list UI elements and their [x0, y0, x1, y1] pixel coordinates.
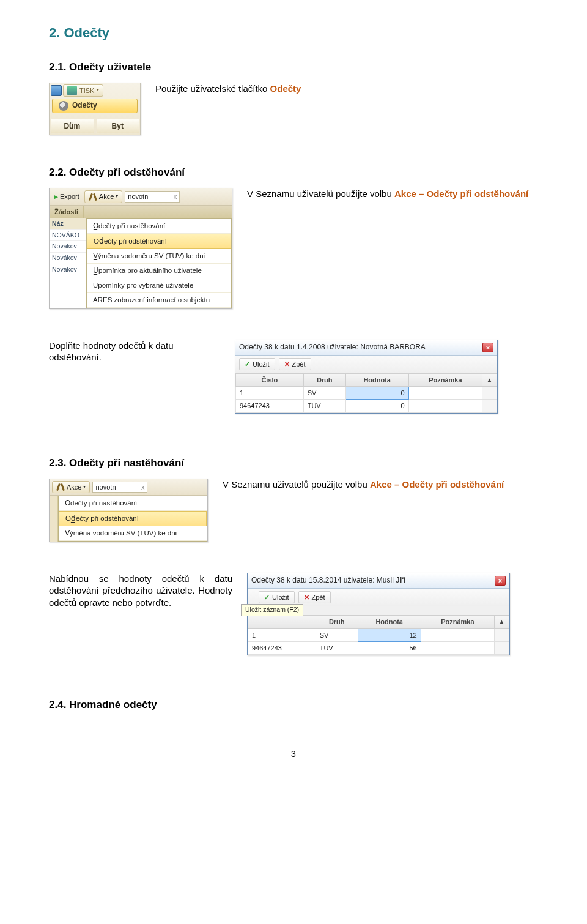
cell[interactable]: 94647243 — [236, 400, 304, 412]
search-value: novotn — [95, 483, 116, 491]
cell[interactable]: 1 — [248, 628, 316, 641]
cell[interactable]: SV — [316, 628, 358, 641]
cell[interactable]: 56 — [358, 641, 421, 654]
s21-text-prefix: Použijte uživatelské tlačítko — [155, 83, 270, 94]
s22-text: V Seznamu uživatelů použijte volbu Akce … — [247, 188, 528, 200]
akce-dropdown: O̲dečty při nastěhováníOd̲ečty při odstě… — [58, 496, 207, 542]
table-row[interactable]: 1SV0 — [236, 387, 497, 400]
table-row[interactable]: 94647243TUV56 — [248, 641, 509, 654]
tab-byt[interactable]: Byt — [97, 119, 139, 134]
list-item[interactable]: Novakov — [50, 264, 86, 276]
subsection-2-1: 2.1. Odečty uživatele — [49, 61, 538, 74]
name-column: Náz NOVÁKO Novákov Novákov Novakov — [50, 218, 86, 308]
tab-zadosti[interactable]: Žádosti — [50, 206, 84, 218]
screenshot-akce-menu-2: Akce ▾ novotn x O̲dečty při nastěhováníO… — [49, 479, 208, 542]
screenshot-dialog-2: Odečty 38 k datu 15.8.2014 uživatele: Mu… — [247, 573, 510, 655]
akce-button[interactable]: Akce ▾ — [84, 190, 122, 203]
s23-text-prefix: V Seznamu uživatelů použijte volbu — [223, 479, 370, 490]
cell[interactable]: TUV — [303, 400, 345, 412]
export-button[interactable]: ▸ Export — [52, 191, 82, 202]
subsection-2-4: 2.4. Hromadné odečty — [49, 698, 538, 712]
close-icon[interactable]: × — [495, 576, 506, 586]
undo-button[interactable]: ✕ Zpět — [279, 358, 311, 370]
search-input[interactable]: novotn x — [125, 191, 180, 202]
tooltip: Uložit záznam (F2) — [241, 604, 303, 616]
dialog-grid-1: ČísloDruhHodnotaPoznámka▲ 1SV094647243TU… — [235, 373, 497, 413]
col-header: Číslo — [236, 373, 304, 386]
search-input[interactable]: novotn x — [92, 482, 147, 493]
akce-dropdown: O̲dečty při nastěhováníOd̲ečty při odstě… — [86, 218, 232, 308]
dropdown-arrow: ▾ — [116, 193, 118, 199]
col-header — [248, 616, 316, 628]
user-button-odecty[interactable]: Odečty — [52, 99, 138, 113]
undo-button[interactable]: ✕ Zpět — [298, 591, 331, 603]
user-button-odecty-label: Odečty — [72, 101, 97, 111]
left-gutter — [50, 496, 58, 542]
s23-fill-text: Nabídnou se hodnoty odečtů k datu odstěh… — [49, 573, 232, 609]
akce-button[interactable]: Akce ▾ — [52, 481, 90, 493]
menu-item[interactable]: Od̲ečty při odstěhování — [59, 511, 207, 526]
s21-text-link: Odečty — [270, 83, 301, 94]
undo-label: Zpět — [292, 360, 306, 368]
menu-item[interactable]: O̲dečty při nastěhování — [87, 219, 231, 234]
cell[interactable]: 0 — [345, 387, 408, 400]
cell[interactable]: 1 — [236, 387, 304, 400]
check-icon: ✓ — [264, 593, 270, 602]
save-label: Uložit — [272, 593, 289, 602]
list-item[interactable]: NOVÁKO — [50, 230, 86, 242]
dialog-title: Odečty 38 k datu 1.4.2008 uživatele: Nov… — [239, 343, 426, 352]
tab-dum[interactable]: Dům — [51, 119, 94, 134]
scrollbar-cell — [482, 400, 497, 412]
menu-item[interactable]: ARES zobrazení informací o subjektu — [87, 293, 231, 308]
tools-icon — [89, 193, 97, 201]
screenshot-dialog-1: Odečty 38 k datu 1.4.2008 uživatele: Nov… — [235, 340, 498, 414]
app-icon — [51, 85, 62, 96]
cell[interactable] — [408, 400, 482, 412]
save-button[interactable]: ✓ Uložit — [239, 358, 275, 370]
close-icon[interactable]: × — [482, 343, 493, 352]
check-icon: ✓ — [245, 360, 250, 368]
col-header: Hodnota — [358, 616, 421, 628]
clear-search[interactable]: x — [141, 483, 145, 491]
screenshot-ribbon: TISK ▾ Odečty Dům Byt — [49, 83, 141, 136]
cell[interactable]: 0 — [345, 400, 408, 412]
cross-icon: ✕ — [284, 360, 290, 368]
dialog-title: Odečty 38 k datu 15.8.2014 uživatele: Mu… — [251, 576, 405, 586]
printer-icon — [67, 86, 77, 95]
cell[interactable]: 94647243 — [248, 641, 316, 654]
menu-item[interactable]: V̲ýměna vodoměru SV (TUV) ke dni — [87, 249, 231, 264]
menu-item[interactable]: Upomínky pro vybrané uživatele — [87, 278, 231, 293]
export-label: Export — [60, 192, 79, 201]
menu-item[interactable]: Od̲ečty při odstěhování — [87, 234, 231, 249]
dropdown-arrow: ▾ — [83, 484, 86, 490]
cell[interactable] — [421, 641, 494, 654]
section-title: 2. Odečty — [49, 24, 538, 42]
cell[interactable] — [408, 387, 482, 400]
scrollbar-cell — [495, 628, 509, 641]
dropdown-arrow: ▾ — [97, 87, 99, 93]
cell[interactable]: 12 — [358, 628, 421, 641]
menu-item[interactable]: U̲pomínka pro aktuálního uživatele — [87, 264, 231, 278]
s23-text-link: Akce – Odečty při odstěhování — [370, 479, 504, 490]
cell[interactable]: SV — [303, 387, 345, 400]
menu-item[interactable]: O̲dečty při nastěhování — [59, 496, 207, 511]
print-button[interactable]: TISK ▾ — [63, 84, 103, 97]
tools-icon — [56, 483, 65, 491]
scrollbar-header: ▲ — [482, 373, 497, 386]
table-row[interactable]: 1SV12 — [248, 628, 509, 641]
cell[interactable]: TUV — [316, 641, 358, 654]
scrollbar-cell — [482, 387, 497, 400]
clear-search[interactable]: x — [174, 192, 177, 201]
col-header-naz: Náz — [50, 218, 86, 230]
akce-label: Akce — [99, 192, 114, 201]
table-row[interactable]: 94647243TUV0 — [236, 400, 497, 412]
cross-icon: ✕ — [304, 593, 309, 602]
dialog-grid-2: DruhHodnotaPoznámka▲ 1SV1294647243TUV56 — [248, 615, 509, 655]
col-header: Druh — [316, 616, 358, 628]
s22-fill-text: Doplňte hodnoty odečtů k datu odstěhován… — [49, 340, 220, 363]
list-item[interactable]: Novákov — [50, 253, 86, 264]
menu-item[interactable]: V̲ýměna vodoměru SV (TUV) ke dni — [59, 526, 207, 541]
cell[interactable] — [421, 628, 494, 641]
list-item[interactable]: Novákov — [50, 241, 86, 253]
save-button[interactable]: ✓ Uložit Uložit záznam (F2) — [259, 591, 295, 603]
